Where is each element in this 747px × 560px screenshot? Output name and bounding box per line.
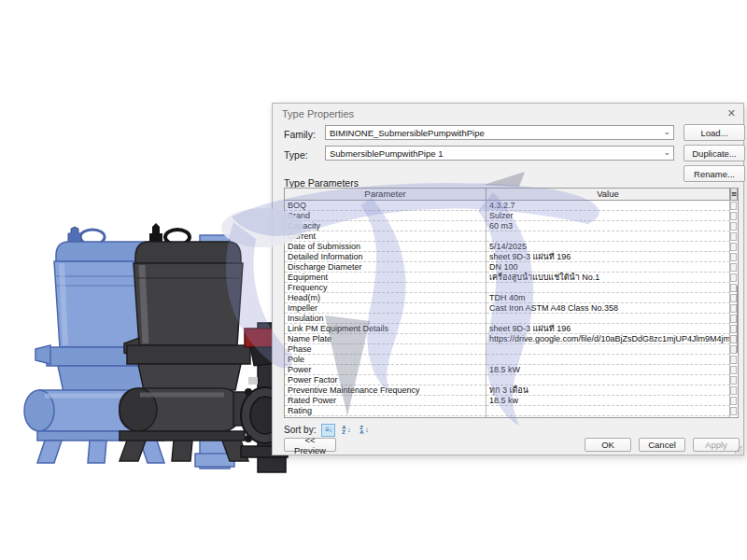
chevron-down-icon[interactable]: ⌄: [663, 147, 670, 157]
value-cell[interactable]: [486, 314, 730, 324]
sort-descending-icon[interactable]: ZA ↓: [357, 424, 371, 437]
table-header: Parameter Value ≡: [285, 189, 738, 201]
table-row[interactable]: Power Factor: [285, 375, 738, 385]
table-row[interactable]: Power18.5 kW: [285, 365, 738, 375]
table-row[interactable]: Serial Number2222222257: [285, 416, 738, 418]
parameter-cell: Head(m): [285, 293, 486, 303]
row-equalize-button[interactable]: [730, 232, 737, 241]
3d-pump-view: [0, 0, 317, 560]
row-equalize-button[interactable]: [730, 335, 737, 343]
value-cell[interactable]: 4.3.2.7: [486, 201, 730, 211]
parameter-cell: Power: [285, 365, 486, 375]
apply-button[interactable]: Apply: [693, 438, 740, 452]
sort-ascending-icon[interactable]: AZ ↓: [339, 424, 353, 437]
value-cell[interactable]: [486, 344, 730, 355]
row-equalize-button[interactable]: [730, 284, 737, 292]
row-equalize-button[interactable]: [730, 263, 737, 272]
close-icon[interactable]: ✕: [727, 107, 736, 119]
table-row[interactable]: ImpellerCast Iron ASTM A48 Class No.358: [285, 303, 738, 314]
value-cell[interactable]: Cast Iron ASTM A48 Class No.358: [486, 303, 730, 314]
table-row[interactable]: Rated Power18.5 kw: [285, 396, 738, 406]
parameter-cell: Pole: [285, 355, 486, 365]
value-cell[interactable]: sheet 9D-3 แผ่นที่ 196: [486, 252, 730, 262]
preview-button[interactable]: << Preview: [284, 438, 336, 452]
dialog-titlebar[interactable]: Type Properties ✕: [273, 104, 743, 124]
table-row[interactable]: Detailed Informationsheet 9D-3 แผ่นที่ 1…: [285, 252, 738, 262]
table-row[interactable]: BrandSulzer: [285, 211, 738, 221]
table-row[interactable]: Current: [285, 231, 738, 242]
table-row[interactable]: Discharge DiameterDN 100: [285, 262, 738, 273]
value-cell[interactable]: เครื่องสูบน้ำแบบแช่ใต้น้ำ No.1: [486, 273, 730, 283]
load-button[interactable]: Load...: [684, 124, 745, 141]
equalize-column-header[interactable]: ≡: [730, 189, 738, 200]
value-cell[interactable]: 60 m3: [486, 221, 730, 231]
row-equalize-button[interactable]: [730, 202, 737, 210]
type-value: SubmersiblePumpwithPipe 1: [330, 148, 443, 159]
table-row[interactable]: Phase: [285, 344, 738, 355]
value-cell[interactable]: [486, 406, 730, 416]
table-row[interactable]: Link PM Equipment Detailssheet 9D-3 แผ่น…: [285, 324, 738, 334]
value-cell[interactable]: TDH 40m: [486, 293, 730, 303]
row-equalize-button[interactable]: [730, 243, 737, 251]
chevron-down-icon[interactable]: ⌄: [663, 127, 670, 136]
row-equalize-button[interactable]: [730, 315, 737, 323]
cancel-button[interactable]: Cancel: [639, 438, 685, 452]
family-combobox[interactable]: BIMINONE_SubmersiblePumpwithPipe ⌄: [325, 125, 674, 140]
row-equalize-button[interactable]: [730, 294, 737, 302]
row-equalize-button[interactable]: [730, 417, 737, 418]
type-combobox[interactable]: SubmersiblePumpwithPipe 1 ⌄: [325, 146, 674, 161]
rename-button[interactable]: Rename...: [684, 165, 745, 182]
row-equalize-button[interactable]: [730, 273, 737, 282]
row-equalize-button[interactable]: [730, 407, 737, 415]
value-cell[interactable]: Sulzer: [486, 211, 730, 221]
parameter-column-header[interactable]: Parameter: [285, 189, 486, 200]
value-cell[interactable]: 2222222257: [486, 416, 730, 418]
table-row[interactable]: Preventive Maintenance Frequencyทุก 3 เด…: [285, 385, 738, 396]
row-equalize-button[interactable]: [730, 366, 737, 374]
parameter-cell: Brand: [285, 211, 486, 221]
value-cell[interactable]: DN 100: [486, 262, 730, 273]
table-row[interactable]: Rating: [285, 406, 738, 416]
table-row[interactable]: Pole: [285, 355, 738, 365]
value-cell[interactable]: [486, 283, 730, 293]
value-cell[interactable]: sheet 9D-3 แผ่นที่ 196: [486, 324, 730, 334]
canvas: Type Properties ✕ Family: BIMINONE_Subme…: [0, 0, 747, 560]
value-cell[interactable]: [486, 355, 730, 365]
row-equalize-button[interactable]: [730, 253, 737, 261]
type-properties-dialog: Type Properties ✕ Family: BIMINONE_Subme…: [272, 103, 744, 455]
row-equalize-button[interactable]: [730, 222, 737, 231]
row-equalize-button[interactable]: [730, 304, 737, 313]
resize-grip-icon[interactable]: [734, 445, 742, 454]
value-column-header[interactable]: Value: [486, 189, 730, 200]
table-row[interactable]: Capacity60 m3: [285, 221, 738, 231]
table-row[interactable]: Equipmentเครื่องสูบน้ำแบบแช่ใต้น้ำ No.1: [285, 273, 738, 283]
row-equalize-button[interactable]: [730, 356, 737, 364]
row-equalize-button[interactable]: [730, 345, 737, 354]
parameter-cell: BOQ: [285, 201, 486, 211]
table-row[interactable]: Name Platehttps://drive.google.com/file/…: [285, 334, 738, 344]
value-cell[interactable]: ทุก 3 เดือน: [486, 385, 730, 396]
value-cell[interactable]: [486, 231, 730, 242]
row-equalize-button[interactable]: [730, 386, 737, 395]
ok-button[interactable]: OK: [585, 438, 631, 452]
value-cell[interactable]: 5/14/2025: [486, 242, 730, 252]
value-cell[interactable]: 18.5 kw: [486, 396, 730, 406]
dialog-title: Type Properties: [282, 108, 354, 119]
row-equalize-button[interactable]: [730, 376, 737, 385]
row-equalize-button[interactable]: [730, 212, 737, 220]
value-cell[interactable]: https://drive.google.com/file/d/10aBjZsD…: [486, 334, 730, 344]
row-equalize-button[interactable]: [730, 325, 737, 333]
value-cell[interactable]: [486, 375, 730, 385]
parameter-cell: Equipment: [285, 273, 486, 283]
table-row[interactable]: Date of Submission5/14/2025: [285, 242, 738, 252]
scrollbar-thumb[interactable]: [737, 286, 739, 353]
row-equalize-button[interactable]: [730, 397, 737, 405]
sort-by-label: Sort by:: [284, 425, 316, 435]
duplicate-button[interactable]: Duplicate...: [684, 145, 745, 161]
table-row[interactable]: Head(m)TDH 40m: [285, 293, 738, 303]
value-cell[interactable]: 18.5 kW: [486, 365, 730, 375]
table-row[interactable]: Frequency: [285, 283, 738, 293]
table-row[interactable]: Insulation: [285, 314, 738, 324]
table-row[interactable]: BOQ4.3.2.7: [285, 201, 738, 211]
parameter-cell: Impeller: [285, 303, 486, 314]
